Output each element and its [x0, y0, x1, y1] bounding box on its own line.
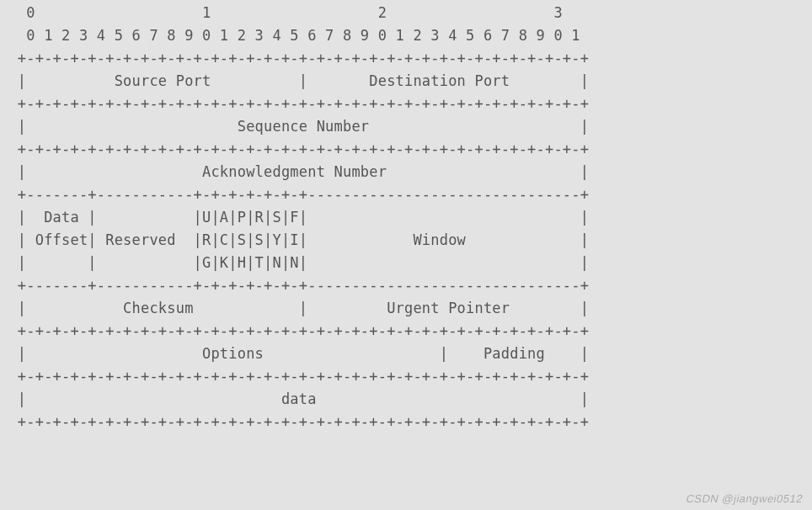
row-sequence-number: | Sequence Number | — [0, 118, 589, 135]
divider: +-------+-----------+-+-+-+-+-+-+-------… — [0, 277, 589, 294]
divider: +-+-+-+-+-+-+-+-+-+-+-+-+-+-+-+-+-+-+-+-… — [0, 413, 589, 430]
row-checksum-urgent: | Checksum | Urgent Pointer | — [0, 300, 589, 316]
row-flags-line1: | Data | |U|A|P|R|S|F| | — [0, 209, 589, 226]
tcp-header-diagram: 0 1 2 3 0 1 2 3 4 5 6 7 8 9 0 1 2 3 4 5 … — [0, 0, 812, 433]
bit-ruler-major: 0 1 2 3 — [0, 4, 563, 21]
divider: +-+-+-+-+-+-+-+-+-+-+-+-+-+-+-+-+-+-+-+-… — [0, 50, 589, 66]
row-data: | data | — [0, 390, 589, 407]
row-flags-line2: | Offset| Reserved |R|C|S|S|Y|I| Window … — [0, 231, 589, 248]
row-options-padding: | Options | Padding | — [0, 345, 589, 362]
row-flags-line3: | | |G|K|H|T|N|N| | — [0, 254, 589, 271]
bit-ruler-minor: 0 1 2 3 4 5 6 7 8 9 0 1 2 3 4 5 6 7 8 9 … — [0, 27, 580, 44]
row-source-dest-port: | Source Port | Destination Port | — [0, 72, 589, 89]
watermark: CSDN @jiangwei0512 — [685, 492, 804, 505]
divider: +-------+-----------+-+-+-+-+-+-+-------… — [0, 186, 589, 203]
row-acknowledgment-number: | Acknowledgment Number | — [0, 163, 589, 180]
divider: +-+-+-+-+-+-+-+-+-+-+-+-+-+-+-+-+-+-+-+-… — [0, 368, 589, 385]
divider: +-+-+-+-+-+-+-+-+-+-+-+-+-+-+-+-+-+-+-+-… — [0, 141, 589, 157]
divider: +-+-+-+-+-+-+-+-+-+-+-+-+-+-+-+-+-+-+-+-… — [0, 322, 589, 339]
divider: +-+-+-+-+-+-+-+-+-+-+-+-+-+-+-+-+-+-+-+-… — [0, 95, 589, 112]
